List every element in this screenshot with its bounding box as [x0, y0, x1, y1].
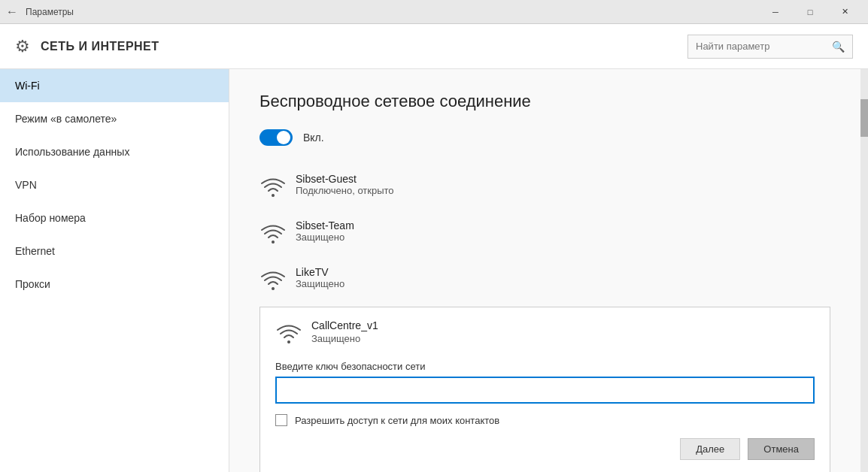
network-status-2: Защищено — [296, 231, 830, 243]
sidebar-item-data-usage[interactable]: Использование данных — [0, 135, 229, 168]
search-input[interactable] — [696, 41, 832, 52]
wifi-signal-icon-2 — [259, 221, 287, 248]
sidebar-item-dialup-label: Набор номера — [15, 212, 86, 224]
scrollbar-track[interactable] — [860, 69, 868, 472]
svg-point-1 — [272, 241, 275, 244]
next-button[interactable]: Далее — [680, 438, 740, 460]
network-info-sibset-team: Sibset-Team Защищено — [296, 219, 830, 243]
wifi-signal-icon — [259, 174, 287, 201]
toggle-label: Вкл. — [303, 132, 324, 144]
svg-point-3 — [287, 340, 290, 343]
network-list: Sibset-Guest Подключено, открыто Sibset — [259, 164, 830, 472]
content-area: Wi-Fi Режим «в самолете» Использование д… — [0, 69, 868, 472]
page-title: Беспроводное сетевое соединение — [259, 92, 830, 111]
back-button[interactable]: ← — [6, 5, 18, 19]
maximize-button[interactable]: □ — [793, 0, 827, 24]
network-item-sibset-team[interactable]: Sibset-Team Защищено — [259, 210, 830, 257]
sidebar-item-airplane[interactable]: Режим «в самолете» — [0, 102, 229, 135]
app-container: ⚙ СЕТЬ И ИНТЕРНЕТ 🔍 Wi-Fi Режим «в самол… — [0, 24, 868, 472]
header-title: СЕТЬ И ИНТЕРНЕТ — [41, 40, 677, 53]
sidebar-item-airplane-label: Режим «в самолете» — [15, 113, 117, 125]
svg-point-2 — [272, 287, 275, 290]
card-buttons: Далее Отмена — [275, 438, 815, 460]
network-item-sibset-guest[interactable]: Sibset-Guest Подключено, открыто — [259, 164, 830, 210]
network-info-liketv: LikeTV Защищено — [296, 266, 830, 289]
sidebar-item-wifi[interactable]: Wi-Fi — [0, 69, 229, 102]
wifi-toggle-row: Вкл. — [259, 129, 830, 146]
titlebar-title: Параметры — [26, 7, 758, 17]
sidebar-item-proxy-label: Прокси — [15, 278, 50, 290]
close-button[interactable]: ✕ — [827, 0, 862, 24]
network-card-callcentre: CallCentre_v1 Защищено Введите ключ безо… — [259, 307, 830, 472]
sidebar-item-ethernet-label: Ethernet — [15, 245, 55, 257]
sidebar-item-dialup[interactable]: Набор номера — [0, 201, 229, 234]
toggle-knob — [277, 131, 290, 144]
security-key-input[interactable] — [275, 377, 815, 404]
wifi-toggle[interactable] — [259, 129, 293, 146]
allow-contacts-label: Разрешить доступ к сети для моих контакт… — [295, 415, 499, 426]
settings-icon: ⚙ — [15, 37, 30, 56]
app-header: ⚙ СЕТЬ И ИНТЕРНЕТ 🔍 — [0, 24, 868, 69]
expanded-network-name: CallCentre_v1 — [311, 319, 378, 331]
window-controls: ─ □ ✕ — [758, 0, 862, 24]
allow-contacts-row: Разрешить доступ к сети для моих контакт… — [275, 414, 815, 426]
search-box: 🔍 — [687, 35, 853, 59]
svg-point-0 — [272, 194, 275, 197]
network-name-3: LikeTV — [296, 266, 830, 278]
minimize-button[interactable]: ─ — [758, 0, 793, 24]
network-status-3: Защищено — [296, 278, 830, 289]
network-item-liketv[interactable]: LikeTV Защищено — [259, 257, 830, 304]
sidebar-item-wifi-label: Wi-Fi — [15, 80, 40, 92]
scrollbar-thumb[interactable] — [860, 99, 868, 137]
network-name: Sibset-Guest — [296, 173, 830, 185]
main-panel: Беспроводное сетевое соединение Вкл. — [229, 69, 860, 472]
cancel-button[interactable]: Отмена — [748, 438, 815, 460]
network-info-sibset-guest: Sibset-Guest Подключено, открыто — [296, 173, 830, 196]
titlebar: ← Параметры ─ □ ✕ — [0, 0, 868, 24]
sidebar-item-vpn[interactable]: VPN — [0, 168, 229, 201]
network-name-2: Sibset-Team — [296, 219, 830, 231]
sidebar-item-proxy[interactable]: Прокси — [0, 268, 229, 301]
expanded-network-status: Защищено — [311, 333, 378, 344]
key-label: Введите ключ безопасности сети — [275, 361, 815, 372]
sidebar-item-vpn-label: VPN — [15, 179, 37, 191]
sidebar: Wi-Fi Режим «в самолете» Использование д… — [0, 69, 229, 472]
sidebar-item-data-usage-label: Использование данных — [15, 146, 129, 158]
wifi-signal-icon-3 — [259, 268, 287, 295]
sidebar-item-ethernet[interactable]: Ethernet — [0, 234, 229, 268]
allow-contacts-checkbox[interactable] — [275, 414, 287, 426]
search-icon: 🔍 — [832, 41, 845, 53]
network-status: Подключено, открыто — [296, 185, 830, 196]
wifi-signal-icon-callcentre — [275, 321, 302, 348]
